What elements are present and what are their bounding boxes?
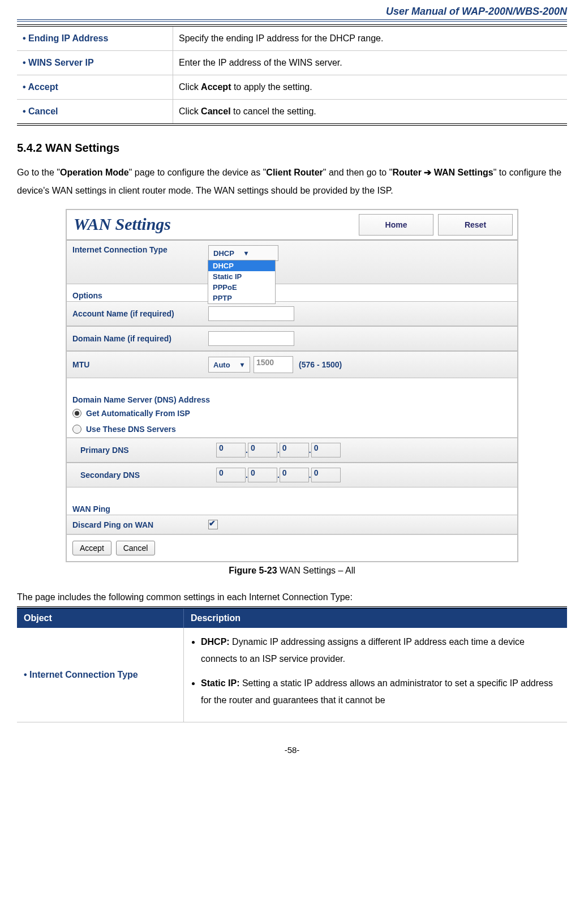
conn-type-label: Internet Connection Type	[72, 245, 208, 254]
conn-option-pptp[interactable]: PPTP	[208, 293, 275, 303]
dns-octet-input[interactable]: 0	[216, 443, 246, 457]
object-label: WINS Server IP	[23, 58, 94, 67]
account-name-label: Account Name (if required)	[72, 309, 208, 318]
description-list: DHCP: Dynamic IP addressing assigns a di…	[191, 634, 560, 709]
conn-option-dhcp[interactable]: DHCP	[208, 260, 275, 271]
col-object: Object	[17, 608, 184, 628]
table-row: Internet Connection Type DHCP: Dynamic I…	[17, 628, 567, 722]
cancel-button[interactable]: Cancel	[116, 541, 156, 555]
dns-octet-input[interactable]: 0	[248, 443, 277, 457]
wan-settings-screenshot: WAN Settings Home Reset Internet Connect…	[66, 209, 518, 562]
mtu-mode-select[interactable]: Auto	[208, 357, 250, 373]
table-row: Cancel Click Cancel to cancel the settin…	[17, 100, 567, 125]
mtu-hint: (576 - 1500)	[299, 360, 342, 369]
mtu-value-input[interactable]: 1500	[254, 356, 293, 373]
dns-heading: Domain Name Server (DNS) Address	[67, 388, 517, 405]
table-row: Accept Click Accept to apply the setting…	[17, 75, 567, 100]
object-label: Accept	[23, 82, 58, 92]
table-row: WINS Server IP Enter the IP address of t…	[17, 51, 567, 75]
discard-ping-label: Discard Ping on WAN	[72, 520, 208, 529]
dns-octet-input[interactable]: 0	[311, 443, 341, 457]
object-label: Ending IP Address	[23, 33, 108, 43]
page-header: User Manual of WAP-200N/WBS-200N	[17, 0, 567, 22]
panel-title: WAN Settings	[67, 210, 178, 239]
parameter-table-continued: Ending IP Address Specify the ending IP …	[17, 24, 567, 126]
col-description: Description	[184, 608, 568, 628]
object-desc: Enter the IP address of the WINS server.	[173, 51, 568, 75]
object-label: Internet Connection Type	[24, 670, 138, 679]
section-paragraph: Go to the "Operation Mode" page to confi…	[17, 164, 567, 200]
accept-button[interactable]: Accept	[72, 541, 111, 555]
account-name-input[interactable]	[208, 306, 294, 321]
dns-octet-input[interactable]: 0	[216, 468, 246, 482]
discard-ping-checkbox[interactable]	[208, 520, 218, 529]
object-label: Cancel	[23, 106, 58, 116]
mtu-label: MTU	[72, 360, 208, 369]
conn-type-select[interactable]: DHCP	[208, 245, 278, 261]
object-desc: Click Cancel to cancel the setting.	[173, 100, 568, 125]
dns-octet-input[interactable]: 0	[280, 468, 309, 482]
page-number: -58-	[17, 745, 567, 755]
conn-option-static[interactable]: Static IP	[208, 271, 275, 282]
wanping-heading: WAN Ping	[67, 498, 517, 515]
parameter-table-2: Object Description Internet Connection T…	[17, 606, 567, 722]
secondary-dns-label: Secondary DNS	[72, 470, 216, 480]
home-button[interactable]: Home	[359, 214, 433, 236]
dns-auto-label: Get Automatically From ISP	[86, 409, 190, 418]
conn-option-pppoe[interactable]: PPPoE	[208, 282, 275, 293]
object-desc: Click Accept to apply the setting.	[173, 75, 568, 100]
conn-type-options[interactable]: DHCP Static IP PPPoE PPTP	[208, 260, 276, 304]
dns-octet-input[interactable]: 0	[311, 468, 341, 482]
dns-manual-radio[interactable]	[72, 425, 81, 434]
object-desc: Specify the ending IP address for the DH…	[173, 25, 568, 51]
section-heading: 5.4.2 WAN Settings	[17, 142, 567, 155]
reset-button[interactable]: Reset	[438, 214, 513, 236]
table-row: Ending IP Address Specify the ending IP …	[17, 25, 567, 51]
dns-manual-label: Use These DNS Servers	[86, 425, 176, 434]
figure-caption: Figure 5-23 WAN Settings – All	[17, 566, 567, 576]
table2-intro: The page includes the following common s…	[17, 588, 567, 606]
domain-name-input[interactable]	[208, 331, 294, 346]
dns-auto-radio[interactable]	[72, 409, 81, 418]
domain-name-label: Domain Name (if required)	[72, 334, 208, 343]
dns-octet-input[interactable]: 0	[248, 468, 277, 482]
dns-octet-input[interactable]: 0	[280, 443, 309, 457]
options-heading: Options	[67, 284, 517, 301]
primary-dns-label: Primary DNS	[72, 446, 216, 455]
